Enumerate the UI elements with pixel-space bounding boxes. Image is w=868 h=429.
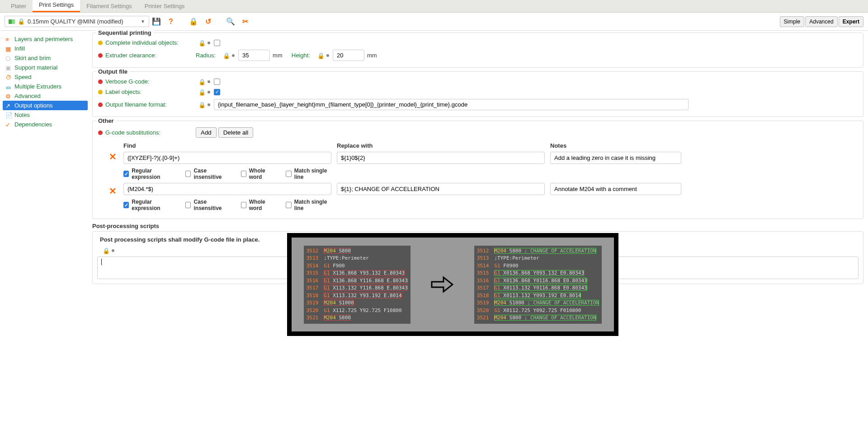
single-line-label: Match single line (294, 168, 331, 180)
find-input[interactable] (123, 152, 331, 164)
sidebar-item-advanced[interactable]: ⚙Advanced (3, 91, 88, 101)
infill-icon: ▦ (5, 46, 12, 52)
gcode-demo-image: 3512 M204 S8003513 ;TYPE:Perimeter3514 G… (287, 233, 618, 293)
sidebar-item-notes[interactable]: 📄Notes (3, 110, 88, 120)
whole-word-checkbox[interactable] (241, 171, 246, 177)
delete-row-icon[interactable]: ✕ (107, 183, 118, 196)
lock-icon[interactable]: 🔒 (223, 52, 229, 59)
verbose-gcode-checkbox[interactable] (214, 79, 220, 85)
regex-checkbox[interactable]: ✓ (123, 171, 129, 177)
whole-word-label: Whole word (249, 168, 275, 180)
single-line-label: Match single line (294, 199, 331, 211)
single-line-checkbox[interactable] (286, 171, 291, 177)
reset-dot-icon[interactable] (112, 249, 114, 252)
reset-dot-icon[interactable] (208, 103, 210, 106)
complete-objects-checkbox[interactable] (214, 40, 220, 46)
panel-output-file: Output file Verbose G-code: 🔒 Label obje… (92, 71, 863, 117)
notes-input[interactable] (550, 152, 681, 164)
arrow-right-icon (431, 275, 453, 293)
output-filename-input[interactable] (214, 99, 689, 110)
chevron-down-icon: ▼ (141, 19, 145, 24)
deps-icon: ✓ (5, 121, 12, 128)
reset-dot-icon[interactable] (208, 91, 210, 93)
save-icon[interactable]: 💾 (151, 17, 162, 26)
bullet-icon (98, 53, 103, 58)
sidebar-item-multi[interactable]: 🝙Multiple Extruders (3, 82, 88, 91)
bullet-icon (98, 103, 103, 107)
height-input[interactable] (333, 50, 364, 61)
unit-label: mm (367, 52, 377, 59)
radius-input[interactable] (238, 50, 270, 61)
lock-icon[interactable]: 🔒 (198, 40, 205, 46)
mode-advanced[interactable]: Advanced (805, 16, 837, 27)
sidebar-item-output[interactable]: ↗Output options (3, 101, 88, 110)
sidebar-item-support[interactable]: ▣Support material (3, 63, 88, 72)
tab-printer-settings[interactable]: Printer Settings (138, 0, 191, 12)
delete-row-icon[interactable]: ✕ (107, 142, 118, 162)
undo-icon[interactable]: ↺ (203, 17, 213, 26)
replace-header: Replace with (337, 142, 545, 150)
case-label: Case insensitive (193, 199, 230, 211)
bullet-icon (98, 131, 103, 135)
regex-checkbox[interactable]: ✓ (123, 202, 129, 208)
tab-plater[interactable]: Plater (5, 0, 33, 12)
reset-dot-icon[interactable] (208, 80, 210, 83)
help-icon[interactable]: ? (165, 18, 176, 26)
add-button[interactable]: Add (196, 127, 217, 138)
delete-all-button[interactable]: Delete all (218, 127, 254, 138)
gcode-before: 3512 M204 S8003513 ;TYPE:Perimeter3514 G… (304, 246, 410, 294)
case-checkbox[interactable] (185, 202, 191, 208)
gcode-after: 3512 M204 S800 ; CHANGE OF ACCELERATION3… (474, 246, 602, 294)
verbose-gcode-label: Verbose G-code: (105, 78, 196, 85)
sidebar-item-skirt[interactable]: ⬡Skirt and brim (3, 53, 88, 63)
mode-simple[interactable]: Simple (780, 16, 805, 27)
find-input[interactable] (123, 183, 331, 195)
panel-sequential-printing: Sequential printing Complete individual … (92, 33, 863, 68)
sidebar: ≡Layers and perimeters ▦Infill ⬡Skirt an… (0, 31, 90, 293)
toolbar: 🔒 0.15mm QUALITY @MINI (modified) ▼ 💾 ? … (0, 13, 868, 31)
notes-header: Notes (550, 142, 681, 150)
preset-dropdown[interactable]: 🔒 0.15mm QUALITY @MINI (modified) ▼ (5, 16, 149, 27)
replace-input[interactable] (337, 152, 545, 164)
label-objects-checkbox[interactable]: ✓ (214, 89, 220, 95)
sidebar-item-infill[interactable]: ▦Infill (3, 44, 88, 53)
panel-title: Other (96, 117, 116, 124)
case-checkbox[interactable] (185, 171, 191, 177)
lock-icon[interactable]: 🔒 (198, 102, 205, 108)
sidebar-item-deps[interactable]: ✓Dependencies (3, 120, 88, 129)
sidebar-item-layers[interactable]: ≡Layers and perimeters (3, 34, 88, 44)
reset-dot-icon[interactable] (232, 54, 235, 57)
reset-dot-icon[interactable] (326, 54, 329, 57)
substitution-row: ✕ ✓Regular expression Case insensitive W… (107, 183, 858, 211)
radius-label: Radius: (196, 52, 216, 59)
main-tabs: Plater Print Settings Filament Settings … (0, 0, 868, 13)
replace-input[interactable] (337, 183, 545, 195)
lock-icon[interactable]: 🔒 (317, 52, 324, 59)
lock-icon[interactable]: 🔒 (198, 79, 205, 85)
regex-label: Regular expression (132, 168, 175, 180)
lock-toolbar-icon[interactable]: 🔒 (188, 17, 199, 26)
multi-extruder-icon: 🝙 (5, 84, 12, 90)
single-line-checkbox[interactable] (286, 202, 291, 208)
height-label: Height: (292, 52, 310, 59)
speed-icon: ⏱ (5, 74, 12, 80)
search-icon[interactable]: 🔍 (225, 17, 236, 26)
whole-word-checkbox[interactable] (241, 202, 246, 208)
output-filename-label: Output filename format: (105, 101, 196, 108)
lock-icon: 🔒 (18, 18, 25, 25)
bullet-icon (98, 79, 103, 84)
compare-icon[interactable]: ✂ (240, 17, 250, 26)
tab-print-settings[interactable]: Print Settings (33, 0, 80, 12)
complete-objects-label: Complete individual objects: (105, 39, 196, 46)
panel-other: Other G-code substitutions: Add Delete a… (92, 121, 863, 219)
tab-filament-settings[interactable]: Filament Settings (80, 0, 138, 12)
mode-expert[interactable]: Expert (839, 16, 863, 27)
preset-flag-icon (9, 19, 15, 24)
notes-input[interactable] (550, 183, 681, 195)
sidebar-item-speed[interactable]: ⏱Speed (3, 72, 88, 82)
lock-icon[interactable]: 🔒 (103, 247, 109, 254)
reset-dot-icon[interactable] (208, 42, 210, 44)
lock-icon[interactable]: 🔒 (198, 89, 205, 95)
whole-word-label: Whole word (249, 199, 275, 211)
notes-icon: 📄 (5, 112, 12, 118)
